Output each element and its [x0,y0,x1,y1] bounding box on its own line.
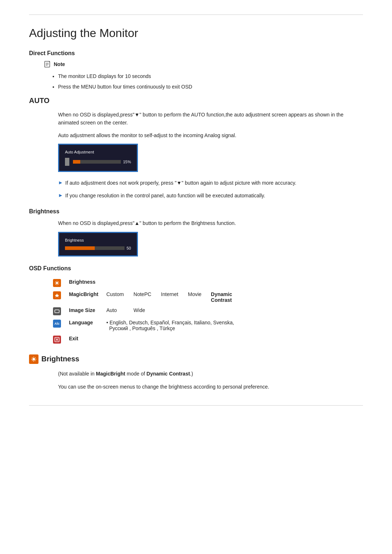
brightness-value: 50 [127,246,131,250]
osd-magicbright-custom: Custom [104,289,131,305]
section-brightness-direct: Brightness When no OSD is displayed,pres… [29,208,363,256]
bottom-divider [29,405,363,406]
page-container: Adjusting the Monitor Direct Functions N… [0,0,392,427]
auto-adjustment-screen: Auto Adjustment 15% [58,144,138,172]
brightness-osd-heading: Brightness [41,355,79,363]
svg-point-4 [56,282,58,284]
osd-row-imagesize: Image Size Auto Wide [51,305,240,317]
osd-language-icon-cell: Alc [51,317,67,333]
screen-left-indicator [65,158,69,166]
screen-percent: 15% [123,160,131,164]
svg-point-18 [33,358,35,360]
tip-row-1: ► If auto adjustment does not work prope… [58,179,363,187]
note-icon [44,60,52,68]
magicbright-bold: MagicBright [96,371,125,377]
page-title: Adjusting the Monitor [29,26,363,40]
osd-imagesize-wide: Wide [131,305,159,317]
svg-line-25 [35,357,36,358]
auto-desc2: Auto adjustment allows the monitor to se… [58,131,363,139]
tip-row-2: ► If you change resolution in the contro… [58,192,363,200]
section-osd-functions: OSD Functions [29,265,363,346]
osd-magicbright-label: MagicBright [67,289,104,305]
svg-rect-14 [55,310,59,313]
bullet-item: The monitor LED displays for 10 seconds [58,73,363,80]
osd-magicbright-movie: Movie [186,289,209,305]
osd-imagesize-auto: Auto [104,305,131,317]
brightness-bar-fill [65,246,95,250]
svg-line-24 [35,360,36,361]
auto-heading: AUTO [29,97,363,105]
tip-text-2: If you change resolution in the control … [65,192,265,200]
osd-row-exit: Exit [51,333,240,346]
brightness-osd-icon [29,354,38,364]
bullet-item: Press the MENU button four times continu… [58,83,363,91]
osd-brightness-label: Brightness [67,277,104,289]
direct-functions-bullets: The monitor LED displays for 10 seconds … [58,73,363,91]
screen-label: Auto Adjustment [65,150,131,154]
osd-exit-icon [53,336,61,344]
osd-exit-label: Exit [67,333,104,346]
note-label: Note [54,61,65,67]
section-brightness-osd: Brightness (Not available in MagicBright… [29,354,363,391]
direct-functions-heading: Direct Functions [29,50,363,57]
svg-line-9 [56,281,56,282]
brightness-direct-heading: Brightness [29,208,363,215]
screen-bar-fill [73,160,80,164]
svg-marker-13 [55,294,59,297]
osd-magicbright-notepc: NotePC [131,289,159,305]
osd-language-label: Language [67,317,104,333]
brightness-bar-wrapper: 50 [65,246,131,250]
brightness-screen: Brightness 50 [58,232,138,257]
osd-imagesize-label: Image Size [67,305,104,317]
brightness-osd-desc1: (Not available in MagicBright mode of Dy… [58,370,363,378]
svg-line-10 [58,284,59,285]
osd-row-brightness: Brightness [51,277,240,289]
dynamic-contrast-bold: Dynamic Contrast [147,371,190,377]
tip-arrow-icon-2: ► [58,192,63,198]
svg-line-12 [56,284,56,285]
svg-line-11 [58,281,59,282]
osd-language-values: • English, Deutsch, Español, Français, I… [104,317,240,333]
brightness-osd-title: Brightness [29,354,363,364]
osd-heading: OSD Functions [29,265,363,272]
svg-line-26 [32,360,33,361]
osd-row-magicbright: MagicBright Custom NotePC Internet Movie… [51,289,240,305]
top-divider [29,15,363,15]
osd-exit-icon-cell [51,333,67,346]
osd-brightness-icon [53,279,61,287]
osd-magicbright-internet: Internet [159,289,186,305]
brightness-direct-desc: When no OSD is displayed,press"▲" button… [58,219,363,227]
screen-bar-wrapper: 15% [65,158,131,166]
osd-magicbright-icon [53,291,61,299]
osd-magicbright-dynamic: DynamicContrast [209,289,240,305]
osd-language-icon: Alc [53,320,61,328]
osd-imagesize-icon-cell [51,305,67,317]
section-direct-functions: Direct Functions Note The monitor LED di… [29,50,363,91]
osd-magicbright-icon-cell [51,289,67,305]
osd-icon-cell [51,277,67,289]
osd-row-language: Alc Language • English, Deutsch, Español… [51,317,240,333]
osd-brightness-values [104,277,131,289]
screen-bar-bg [73,160,121,164]
brightness-osd-desc2: You can use the on-screen menus to chang… [58,383,363,391]
tip-text-1: If auto adjustment does not work properl… [65,179,296,187]
tip-arrow-icon: ► [58,180,63,185]
auto-desc1: When no OSD is displayed,press"▼" button… [58,111,363,127]
brightness-bar-bg [65,246,124,250]
note-wrapper: Note [44,60,363,68]
svg-line-23 [32,357,33,358]
osd-imagesize-icon [53,307,61,315]
osd-table: Brightness MagicBright Custom NotePC [51,277,240,346]
brightness-screen-label: Brightness [65,238,131,242]
section-auto: AUTO When no OSD is displayed,press"▼" b… [29,97,363,200]
